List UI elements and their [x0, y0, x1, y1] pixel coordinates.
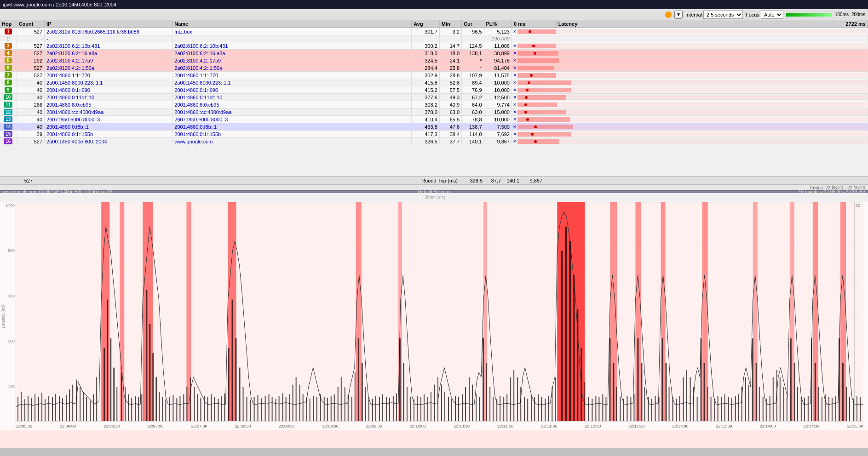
svg-rect-154: [469, 377, 470, 421]
svg-rect-52: [113, 368, 115, 421]
svg-rect-161: [493, 397, 494, 421]
svg-rect-242: [780, 377, 781, 421]
svg-rect-203: [644, 387, 645, 421]
hop-badge: 16: [4, 138, 12, 144]
hop-ip: 2607:f8b0:e000:8000::3: [45, 116, 172, 123]
latency-x-mark: ✕: [513, 87, 517, 92]
latency-bar-bg: [517, 43, 867, 49]
svg-rect-66: [162, 397, 163, 421]
hop-ip: 2a02:810d:813f:f8b0:2665:11ff:fe38:b086: [45, 28, 172, 35]
table-row[interactable]: 9402001:4860:0:1::6902001:4860:0:1::6904…: [0, 86, 868, 94]
table-row[interactable]: 13402607:f8b0:e000:8000::32607:f8b0:e000…: [0, 116, 868, 123]
table-row[interactable]: 35272a02:8100:6:2::10b:4312a02:8100:6:2:…: [0, 42, 868, 50]
latency-bar-fill: [517, 80, 571, 85]
hop-count: 527: [17, 50, 44, 57]
hop-number: 3: [0, 42, 17, 50]
table-row[interactable]: 12402001:4860::cc:4000:d9aa2001:4860::cc…: [0, 108, 868, 116]
header-name: Name: [172, 20, 412, 28]
svg-rect-104: [296, 377, 297, 421]
svg-rect-237: [763, 397, 764, 421]
hop-pl: 10,000: [484, 116, 512, 123]
latency-bar-fill: [517, 132, 571, 137]
svg-rect-149: [451, 399, 452, 421]
hop-table: Hop Count IP Name Avg Min Cur PL% 0 ms L…: [0, 20, 868, 145]
hop-ip: 2a02:8100:6:2::16:a8a: [45, 50, 172, 57]
svg-rect-209: [666, 363, 667, 421]
x-time-1: 22:05:30: [16, 424, 32, 428]
hop-min: 57,5: [439, 86, 461, 94]
dropdown-button[interactable]: ▼: [674, 11, 683, 19]
svg-rect-123: [362, 363, 363, 421]
svg-rect-83: [221, 396, 222, 421]
svg-rect-59: [138, 397, 139, 421]
svg-rect-144: [434, 385, 435, 421]
svg-rect-61: [146, 290, 147, 421]
table-row[interactable]: 65272a02:8100:4:2::1:50a2a02:8100:4:2::1…: [0, 64, 868, 72]
hop-min: 37,7: [439, 138, 461, 145]
hop-latency-bar: ✕: [512, 94, 868, 101]
hop-number: 9: [0, 86, 17, 94]
hop-badge: 9: [5, 87, 12, 93]
table-row[interactable]: 45272a02:8100:6:2::16:a8a2a02:8100:6:2::…: [0, 50, 868, 57]
table-row[interactable]: 8402a00:1450:8000:223::1:12a00:1450:8000…: [0, 79, 868, 86]
latency-bar-bg: [517, 139, 867, 144]
hop-name: www.google.com: [172, 138, 412, 145]
svg-rect-130: [386, 397, 387, 421]
svg-rect-246: [794, 363, 795, 421]
svg-rect-126: [372, 399, 373, 421]
table-row[interactable]: 14402001:4860:0:f8b::12001:4860:0:f8b::1…: [0, 123, 868, 131]
svg-rect-47: [93, 394, 94, 421]
hop-cur: 124,5: [462, 42, 484, 50]
table-row[interactable]: 15392001:4860:0:1::155b2001:4860:0:1::15…: [0, 131, 868, 138]
hop-pl: 10,000: [484, 79, 512, 86]
svg-rect-44: [83, 392, 84, 421]
latency-dot: [524, 111, 527, 114]
hop-badge: 13: [4, 116, 12, 122]
svg-rect-180: [561, 251, 563, 421]
svg-rect-103: [293, 385, 293, 421]
latency-bar-bg: [517, 58, 867, 63]
hop-avg: 300,2: [412, 42, 439, 50]
svg-rect-162: [496, 399, 497, 421]
hop-min: 28,8: [439, 72, 461, 79]
focus-select[interactable]: Auto: [761, 11, 783, 19]
table-row[interactable]: 15272a02:810d:813f:f8b0:2665:11ff:fe38:b…: [0, 28, 868, 35]
svg-rect-82: [218, 399, 218, 421]
hop-avg: 417,3: [412, 131, 439, 138]
svg-rect-176: [545, 399, 546, 421]
svg-rect-215: [686, 370, 687, 421]
hop-avg: 410,4: [412, 116, 439, 123]
status-indicator: [665, 11, 672, 18]
hop-min: 3,2: [439, 28, 461, 35]
hop-count: 40: [17, 116, 44, 123]
table-row[interactable]: 52922a02:8100:4:2::17a92a02:8100:4:2::17…: [0, 57, 868, 64]
svg-rect-127: [375, 396, 376, 421]
interval-select[interactable]: 2,5 seconds: [703, 11, 743, 19]
table-row[interactable]: 75272001:4860:1:1::7702001:4860:1:1::770…: [0, 72, 868, 79]
svg-rect-233: [748, 385, 749, 421]
svg-rect-85: [228, 348, 230, 421]
table-row[interactable]: 112662001:4860:8:0:cb952001:4860:8:0:cb9…: [0, 101, 868, 108]
table-row[interactable]: 165272a00:1450:400e:800::2004www.google.…: [0, 138, 868, 145]
svg-rect-93: [258, 395, 259, 421]
svg-rect-184: [577, 309, 578, 421]
svg-rect-28: [28, 396, 29, 421]
hop-latency-bar: ✕: [512, 86, 868, 94]
x-time-7: 22:08:30: [279, 424, 295, 428]
svg-rect-173: [534, 397, 535, 421]
hop-latency-bar: ✕: [512, 57, 868, 64]
hop-cur: 138,7: [462, 123, 484, 131]
svg-rect-182: [569, 241, 571, 421]
hop-ip: 2a02:8100:6:2::10b:431: [45, 42, 172, 50]
x-time-2: 22:06:00: [60, 424, 76, 428]
toolbar: ▼ Interval 2,5 seconds Focus Auto 100ms …: [0, 9, 868, 20]
hop-latency-bar: ✕: [512, 108, 868, 116]
svg-rect-102: [289, 394, 290, 421]
hop-cur: 114,0: [462, 131, 484, 138]
svg-rect-80: [211, 394, 212, 421]
svg-rect-86: [232, 300, 233, 421]
latency-bar-fill: [517, 58, 559, 63]
table-row[interactable]: 2--100,000: [0, 35, 868, 42]
svg-rect-207: [659, 397, 660, 421]
table-row[interactable]: 10402001:4860:0:11df::102001:4860:0:11df…: [0, 94, 868, 101]
